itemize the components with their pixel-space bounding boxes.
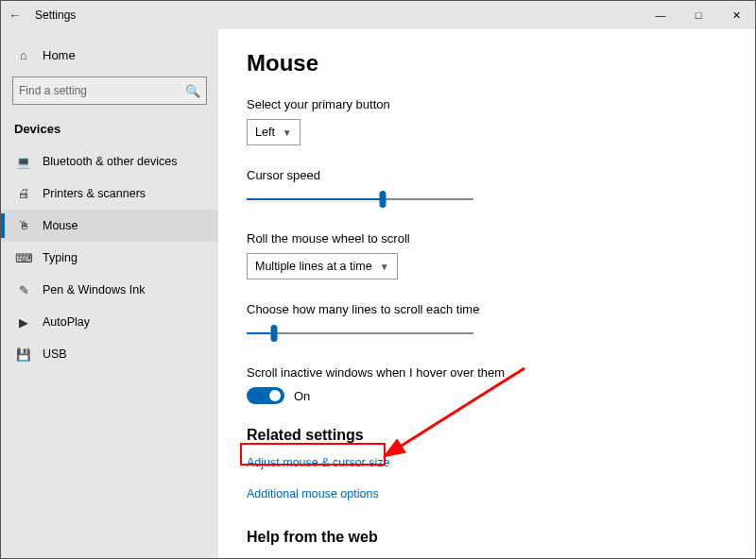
nav-usb[interactable]: 💾 USB (1, 338, 218, 370)
cursor-speed-block: Cursor speed (247, 168, 727, 209)
cursor-speed-label: Cursor speed (247, 168, 727, 182)
nav-typing[interactable]: ⌨ Typing (1, 242, 218, 274)
lines-block: Choose how many lines to scroll each tim… (247, 302, 727, 343)
printer-icon: 🖨 (14, 187, 33, 200)
close-button[interactable]: ✕ (717, 1, 755, 29)
nav-label: Bluetooth & other devices (43, 155, 177, 168)
scroll-mode-label: Roll the mouse wheel to scroll (247, 231, 727, 246)
inactive-block: Scroll inactive windows when I hover ove… (247, 365, 727, 404)
main-panel: Mouse Select your primary button Left ▼ … (218, 29, 755, 558)
nav-printers[interactable]: 🖨 Printers & scanners (1, 178, 218, 210)
cursor-speed-slider[interactable] (247, 190, 473, 209)
mouse-icon: 🖱 (14, 219, 33, 232)
nav-mouse[interactable]: 🖱 Mouse (1, 210, 218, 242)
search-icon: 🔍 (185, 84, 200, 98)
nav-label: USB (43, 347, 67, 361)
primary-button-label: Select your primary button (247, 97, 727, 111)
bluetooth-icon: 💻 (14, 155, 33, 169)
scroll-mode-dropdown[interactable]: Multiple lines at a time ▼ (247, 253, 398, 280)
search-input[interactable] (19, 84, 185, 97)
home-icon: ⌂ (14, 48, 33, 62)
link-adjust-cursor-size[interactable]: Adjust mouse & cursor size (247, 456, 389, 469)
link-additional-mouse-options[interactable]: Additional mouse options (247, 487, 379, 500)
minimize-button[interactable]: ― (642, 1, 679, 29)
search-box[interactable]: 🔍 (12, 76, 207, 105)
nav-label: Typing (43, 251, 77, 264)
lines-slider[interactable] (247, 324, 473, 343)
home-label: Home (43, 48, 76, 62)
primary-button-dropdown[interactable]: Left ▼ (247, 119, 301, 145)
keyboard-icon: ⌨ (14, 251, 33, 265)
section-heading: Devices (1, 114, 218, 145)
primary-button-block: Select your primary button Left ▼ (247, 97, 727, 145)
content-area: ⌂ Home 🔍 Devices 💻 Bluetooth & other dev… (1, 29, 755, 558)
window-title: Settings (29, 8, 76, 22)
chevron-down-icon: ▼ (283, 127, 292, 138)
settings-window: ← Settings ― □ ✕ ⌂ Home 🔍 Devices 💻 Blue… (0, 0, 756, 559)
page-title: Mouse (247, 50, 727, 76)
nav-autoplay[interactable]: ▶ AutoPlay (1, 306, 218, 338)
nav-label: Pen & Windows Ink (43, 283, 145, 296)
pen-icon: ✎ (14, 283, 33, 297)
dropdown-value: Multiple lines at a time (255, 260, 372, 273)
usb-icon: 💾 (14, 347, 33, 362)
nav-label: Printers & scanners (43, 187, 146, 200)
inactive-label: Scroll inactive windows when I hover ove… (247, 365, 727, 380)
inactive-toggle[interactable] (247, 387, 284, 404)
maximize-button[interactable]: □ (679, 1, 717, 29)
related-heading: Related settings (247, 427, 727, 444)
titlebar: ← Settings ― □ ✕ (1, 1, 755, 29)
scroll-mode-block: Roll the mouse wheel to scroll Multiple … (247, 231, 727, 280)
nav-label: Mouse (43, 219, 78, 232)
home-nav[interactable]: ⌂ Home (1, 39, 218, 71)
nav-bluetooth[interactable]: 💻 Bluetooth & other devices (1, 145, 218, 178)
lines-label: Choose how many lines to scroll each tim… (247, 302, 727, 316)
nav-label: AutoPlay (43, 315, 90, 329)
toggle-state: On (294, 389, 310, 403)
autoplay-icon: ▶ (14, 315, 33, 330)
nav-pen[interactable]: ✎ Pen & Windows Ink (1, 274, 218, 306)
sidebar: ⌂ Home 🔍 Devices 💻 Bluetooth & other dev… (1, 29, 218, 558)
dropdown-value: Left (255, 126, 275, 139)
chevron-down-icon: ▼ (380, 262, 389, 272)
help-heading: Help from the web (247, 529, 727, 546)
back-button[interactable]: ← (1, 8, 29, 23)
